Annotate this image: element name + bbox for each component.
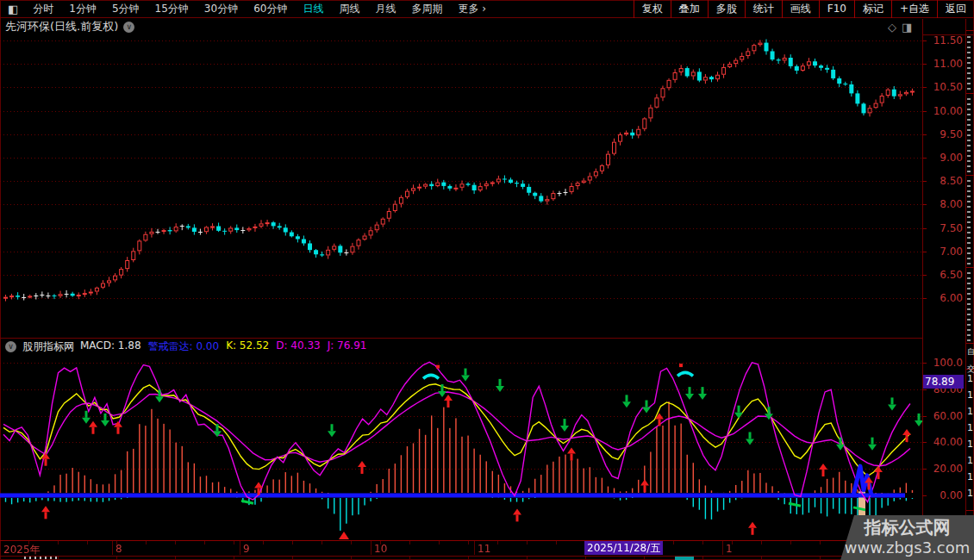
toolbar-item-7[interactable]: 标记 (854, 0, 891, 18)
indicator-name[interactable]: 股朋指标网 (22, 339, 74, 354)
axis-divider (922, 19, 923, 560)
timeline-month-divider (722, 541, 723, 555)
price-axis-label: 10.50 (925, 81, 963, 93)
period-tab-3[interactable]: 5分钟 (104, 0, 147, 18)
watermark-banner: 指标公式网 www.zbgs3.com (840, 515, 974, 560)
toolbar-item-2[interactable]: 叠加 (671, 0, 708, 18)
strip-cropped-digit: 1 (967, 488, 973, 499)
price-axis-label: 11.50 (925, 34, 963, 47)
watermark-url: www.zbgs3.com (840, 538, 974, 557)
price-axis-tick (922, 64, 927, 65)
toolbar-item-9[interactable]: 返回 (937, 0, 974, 18)
price-axis-label: 8.50 (925, 175, 963, 187)
price-axis-label: 6.00 (925, 292, 963, 304)
toolbar-item-4[interactable]: 统计 (745, 0, 782, 18)
main-chart-canvas[interactable] (0, 24, 922, 338)
indicator-axis-tick (922, 469, 927, 470)
price-axis-tick (922, 275, 927, 276)
window-split-icon[interactable]: ◧ (8, 0, 18, 18)
strip-glyph-fragment (967, 33, 971, 90)
indicator-axis-tick (922, 389, 927, 390)
period-tab-1[interactable]: 分时 (25, 0, 61, 18)
period-tab-9[interactable]: 月线 (367, 0, 403, 18)
indicator-axis-label: 100.0 (925, 357, 963, 369)
price-axis-tick (922, 252, 927, 252)
indicator-axis-tick (922, 442, 927, 443)
timeline-month-divider (112, 541, 113, 555)
strip-glyph-fragment (967, 271, 971, 341)
price-axis-tick (922, 158, 927, 159)
price-axis-label: 9.00 (925, 152, 963, 164)
price-axis-label: 9.50 (925, 128, 963, 140)
indicator-axis-label: 60.00 (925, 410, 963, 422)
strip-cropped-char: 自 (967, 347, 974, 356)
trading-terminal-window: ◧ 分时1分钟5分钟15分钟30分钟60分钟日线周线月线多周期更多 › 复权叠加… (0, 0, 974, 560)
cropped-quote-panel-strip[interactable]: 自交11111111 (966, 19, 974, 560)
strip-glyph-fragment (967, 178, 971, 264)
price-axis-label: 6.50 (925, 269, 963, 281)
timeline-month-divider (371, 541, 371, 555)
strip-divider (966, 267, 974, 268)
last-value-badge: 78.89 (923, 375, 964, 389)
toolbar-item-5[interactable]: 画线 (782, 0, 819, 18)
timeline-month-label: 8 (116, 543, 122, 555)
cursor-date-box: 2025/11/28/五 (584, 541, 663, 555)
price-axis-tick (922, 87, 927, 88)
strip-cropped-digit: 1 (967, 407, 973, 417)
bottom-cyan-fragment (675, 557, 694, 560)
price-axis-label: 10.00 (925, 105, 963, 117)
indicator-axis-tick (922, 495, 927, 496)
indicator-axis-label: 20.00 (925, 463, 963, 475)
timeline-event-marker (339, 532, 349, 539)
strip-divider (966, 510, 974, 511)
indicator-value-2: 警戒雷达: 0.00 (148, 339, 220, 354)
toolbar-actions: 复权叠加多股统计画线F10标记+自选返回 (634, 0, 974, 18)
indicator-value-1: MACD: 1.88 (80, 339, 141, 354)
timeline-month-divider (240, 541, 240, 555)
period-tab-10[interactable]: 多周期 (403, 0, 450, 18)
indicator-values: MACD: 1.88警戒雷达: 0.00K: 52.52D: 40.33J: 7… (80, 339, 366, 354)
strip-cropped-digit: 1 (967, 423, 973, 433)
price-axis-tick (922, 134, 927, 135)
price-axis-label: 7.50 (925, 222, 963, 234)
indicator-axis-tick (922, 416, 927, 417)
strip-cropped-digit: 1 (967, 472, 973, 482)
price-axis-tick (922, 111, 927, 112)
indicator-value-5: J: 76.91 (328, 339, 367, 354)
bottom-cropped-row (0, 556, 922, 560)
timeline-month-divider (474, 541, 475, 555)
period-tabs: 分时1分钟5分钟15分钟30分钟60分钟日线周线月线多周期更多 › (25, 0, 494, 18)
strip-divider (966, 343, 974, 344)
period-tab-8[interactable]: 周线 (331, 0, 367, 18)
strip-cropped-digit: 1 (967, 374, 973, 384)
toolbar-item-6[interactable]: F10 (819, 0, 854, 18)
period-tab-5[interactable]: 30分钟 (197, 0, 246, 18)
top-menu-bar: ◧ 分时1分钟5分钟15分钟30分钟60分钟日线周线月线多周期更多 › 复权叠加… (0, 0, 974, 18)
timeline-month-label: 10 (374, 543, 387, 555)
collapse-indicator-icon[interactable]: ∨ (5, 341, 16, 352)
price-axis-tick (922, 204, 927, 205)
period-tab-4[interactable]: 15分钟 (147, 0, 197, 18)
price-axis-label: 11.00 (925, 58, 963, 70)
toolbar-item-8[interactable]: +自选 (891, 0, 937, 18)
strip-divider (966, 93, 974, 94)
price-axis-tick (922, 228, 927, 229)
period-tab-11[interactable]: 更多 › (450, 0, 494, 18)
timeline-month-label: 1 (726, 543, 733, 555)
timeline-month-label: 11 (478, 543, 490, 555)
strip-divider (966, 175, 974, 176)
period-tab-6[interactable]: 60分钟 (246, 0, 295, 18)
panel-separator (0, 338, 922, 339)
price-axis-label: 8.00 (925, 198, 963, 210)
price-axis-label: 7.00 (925, 246, 963, 258)
period-tab-7[interactable]: 日线 (295, 0, 331, 18)
timeline-axis[interactable]: 2025年 8910111 2025/11/28/五 (0, 540, 922, 555)
timeline-month-label: 9 (243, 543, 250, 555)
bottom-grey-fragment (24, 557, 59, 559)
period-tab-2[interactable]: 1分钟 (61, 0, 104, 18)
toolbar-item-3[interactable]: 多股 (708, 0, 745, 18)
indicator-panel-canvas[interactable] (0, 355, 922, 539)
strip-cropped-digit: 1 (967, 390, 973, 401)
toolbar-item-1[interactable]: 复权 (634, 0, 671, 18)
strip-glyph-fragment (967, 96, 971, 172)
